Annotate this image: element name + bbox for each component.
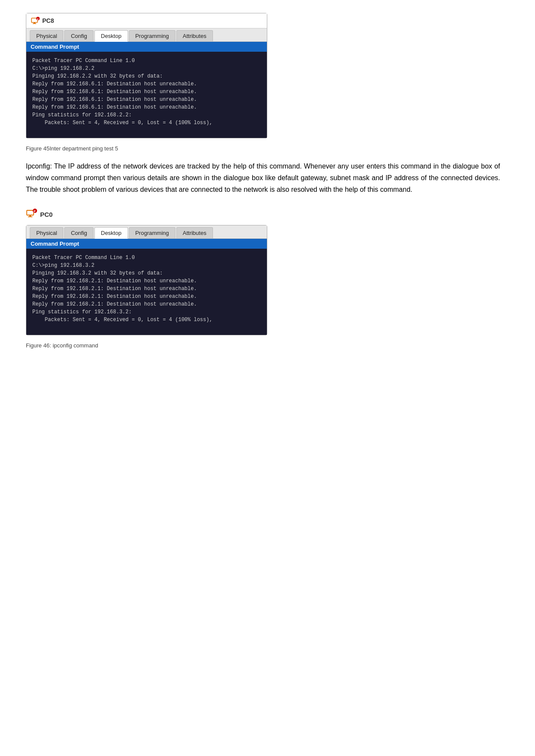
cmd-body-pc8[interactable]: Packet Tracer PC Command Line 1.0 C:\>pi… <box>26 52 267 138</box>
cmd-line-pc0-9: Reply from 192.168.2.1: Destination host… <box>32 300 261 308</box>
figure46-caption: Figure 46: ipconfig command <box>26 342 509 349</box>
tab-attributes-pc8[interactable]: Attributes <box>176 30 213 41</box>
cmd-body-pc0[interactable]: Packet Tracer PC Command Line 1.0 C:\>pi… <box>26 249 267 335</box>
tab-desktop-pc8[interactable]: Desktop <box>94 30 128 42</box>
tab-attributes-pc0[interactable]: Attributes <box>176 227 213 238</box>
pc8-window: P PC8 Physical Config Desktop Programmin… <box>26 13 267 138</box>
cmd-line-pc8-4: Pinging 192.168.2.2 with 32 bytes of dat… <box>32 72 261 80</box>
cmd-line-pc0-2: C:\>ping 192.168.3.2 <box>32 262 261 269</box>
pc8-title: PC8 <box>42 17 54 24</box>
cmd-line-pc8-1: Packet Tracer PC Command Line 1.0 <box>32 57 261 65</box>
svg-text:P: P <box>34 209 36 212</box>
body-text: Ipconfig: The IP address of the network … <box>26 160 500 196</box>
cmd-prompt-bar-pc0: Command Prompt <box>26 239 267 249</box>
cmd-line-pc0-6: Reply from 192.168.2.1: Destination host… <box>32 277 261 285</box>
tab-desktop-pc0[interactable]: Desktop <box>94 227 128 239</box>
cmd-line-pc8-9: Reply from 192.168.6.1: Destination host… <box>32 103 261 111</box>
svg-text:P: P <box>37 18 39 21</box>
cmd-line-pc8-2: C:\>ping 192.168.2.2 <box>32 65 261 72</box>
tab-programming-pc8[interactable]: Programming <box>129 30 175 41</box>
cmd-line-pc0-7: Reply from 192.168.2.1: Destination host… <box>32 285 261 293</box>
cmd-line-pc8-8: Reply from 192.168.6.1: Destination host… <box>32 96 261 103</box>
pc8-tabs: Physical Config Desktop Programming Attr… <box>26 28 267 42</box>
cmd-line-pc0-1: Packet Tracer PC Command Line 1.0 <box>32 254 261 262</box>
tab-physical-pc8[interactable]: Physical <box>30 30 63 41</box>
pc8-icon: P <box>31 16 40 25</box>
tab-physical-pc0[interactable]: Physical <box>30 227 63 238</box>
cmd-line-pc8-11: Ping statistics for 192.168.2.2: <box>32 111 261 119</box>
cmd-line-pc0-4: Pinging 192.168.3.2 with 32 bytes of dat… <box>32 269 261 277</box>
svg-rect-2 <box>33 23 36 24</box>
figure45-caption: Figure 45Inter department ping test 5 <box>26 145 509 152</box>
pc0-logo-icon: P <box>26 208 38 222</box>
svg-rect-5 <box>27 210 34 215</box>
tab-config-pc0[interactable]: Config <box>64 227 94 238</box>
svg-rect-7 <box>28 216 32 217</box>
cmd-line-pc8-12: Packets: Sent = 4, Received = 0, Lost = … <box>32 119 261 127</box>
tab-programming-pc0[interactable]: Programming <box>129 227 175 238</box>
pc0-label: PC0 <box>40 211 53 218</box>
cmd-prompt-bar-pc8: Command Prompt <box>26 42 267 52</box>
pc0-window: Physical Config Desktop Programming Attr… <box>26 225 267 335</box>
tab-config-pc8[interactable]: Config <box>64 30 94 41</box>
cmd-line-pc8-6: Reply from 192.168.6.1: Destination host… <box>32 80 261 88</box>
cmd-line-pc0-12: Packets: Sent = 4, Received = 0, Lost = … <box>32 316 261 324</box>
pc8-titlebar: P PC8 <box>26 13 267 28</box>
cmd-line-pc0-8: Reply from 192.168.2.1: Destination host… <box>32 293 261 300</box>
cmd-line-pc8-7: Reply from 192.168.6.1: Destination host… <box>32 88 261 96</box>
cmd-line-pc0-11: Ping statistics for 192.168.3.2: <box>32 308 261 316</box>
pc0-tabs: Physical Config Desktop Programming Attr… <box>26 225 267 239</box>
svg-rect-6 <box>29 215 31 216</box>
